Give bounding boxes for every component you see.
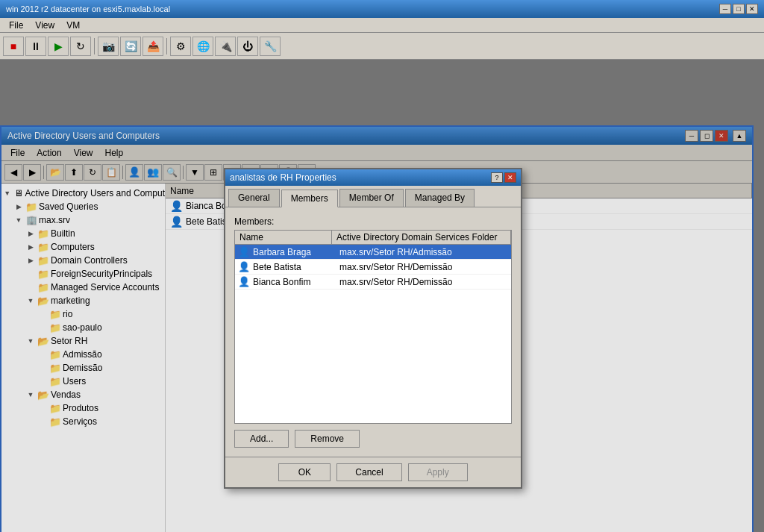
vm-title-text: win 2012 r2 datacenter on esxi5.maxlab.l…	[6, 4, 170, 13]
member-name-text-1: Bete Batista	[253, 262, 301, 272]
member-folder-text-1: max.srv/Setor RH/Demissão	[339, 262, 452, 272]
modal-close-btn[interactable]: ✕	[504, 172, 516, 183]
vm-toolbar: ■ ⏸ ▶ ↻ 📷 🔄 📤 ⚙ 🌐 🔌 ⏻ 🔧	[0, 33, 764, 60]
member-folder-1: max.srv/Setor RH/Demissão	[339, 262, 452, 272]
vm-toolbar-sep1	[94, 38, 95, 54]
vm-toolbar-sep2	[166, 38, 167, 54]
modal-controls: ? ✕	[491, 172, 516, 183]
members-col-folder-label: Active Directory Domain Services Folder	[336, 232, 497, 242]
vm-tools-btn[interactable]: 🔧	[260, 37, 281, 56]
member-folder-2: max.srv/Setor RH/Demissão	[339, 277, 452, 287]
members-col-name[interactable]: Name	[235, 231, 332, 244]
modal-overlay: analistas de RH Properties ? ✕ General M…	[0, 60, 764, 532]
tab-managed-by[interactable]: Managed By	[405, 189, 475, 207]
modal-title-text: analistas de RH Properties	[230, 172, 336, 183]
vm-send-btn[interactable]: 📤	[143, 37, 163, 56]
tab-members[interactable]: Members	[281, 190, 338, 207]
vm-usb-btn[interactable]: 🔌	[215, 37, 236, 56]
add-btn[interactable]: Add...	[234, 430, 289, 448]
vm-settings-btn[interactable]: ⚙	[170, 37, 191, 56]
vm-menubar: File View VM	[0, 18, 764, 33]
vm-revert-btn[interactable]: 🔄	[120, 37, 141, 56]
member-user-icon-2: 👤	[238, 276, 250, 287]
tab-general-label: General	[238, 193, 270, 203]
vm-pause-btn[interactable]: ⏸	[25, 37, 46, 56]
vm-window: win 2012 r2 datacenter on esxi5.maxlab.l…	[0, 0, 764, 532]
tab-general[interactable]: General	[228, 189, 280, 207]
tab-managed-by-label: Managed By	[415, 193, 465, 203]
vm-menu-view[interactable]: View	[29, 19, 60, 32]
vm-title: win 2012 r2 datacenter on esxi5.maxlab.l…	[6, 4, 170, 13]
vm-restore-btn[interactable]: □	[733, 4, 745, 14]
modal-footer: OK Cancel Apply	[225, 457, 521, 487]
apply-btn[interactable]: Apply	[408, 463, 468, 481]
member-name-1: Bete Batista	[253, 262, 339, 272]
vm-power-btn[interactable]: ⏻	[237, 37, 258, 56]
vm-minimize-btn[interactable]: ─	[719, 4, 731, 14]
ok-btn[interactable]: OK	[278, 463, 331, 481]
vm-snapshot-btn[interactable]: 📷	[98, 37, 119, 56]
member-folder-0: max.srv/Setor RH/Admissão	[339, 247, 452, 257]
modal-body: Members: Name Active Directory Domain Se…	[225, 207, 521, 457]
remove-btn[interactable]: Remove	[295, 430, 360, 448]
modal-titlebar: analistas de RH Properties ? ✕	[225, 169, 521, 186]
modal-buttons-row: Add... Remove	[234, 430, 512, 448]
vm-network-btn[interactable]: 🌐	[192, 37, 213, 56]
vm-stop-btn[interactable]: ■	[3, 37, 24, 56]
vm-titlebar: win 2012 r2 datacenter on esxi5.maxlab.l…	[0, 0, 764, 18]
members-col-folder[interactable]: Active Directory Domain Services Folder	[332, 231, 511, 244]
member-folder-text-2: max.srv/Setor RH/Demissão	[339, 277, 452, 287]
members-list-header: Name Active Directory Domain Services Fo…	[235, 231, 511, 245]
vm-play-btn[interactable]: ▶	[48, 37, 69, 56]
members-list-row-1[interactable]: 👤 Bete Batista max.srv/Setor RH/Demissão	[235, 260, 511, 275]
vm-refresh-btn[interactable]: ↻	[70, 37, 91, 56]
modal-dialog: analistas de RH Properties ? ✕ General M…	[224, 168, 522, 489]
vm-menu-file[interactable]: File	[3, 19, 29, 32]
cancel-btn[interactable]: Cancel	[336, 463, 401, 481]
vm-close-btn[interactable]: ✕	[746, 4, 758, 14]
members-label: Members:	[234, 216, 512, 227]
member-name-2: Bianca Bonfim	[253, 277, 339, 287]
member-folder-text-0: max.srv/Setor RH/Admissão	[339, 247, 452, 257]
members-list-container: Name Active Directory Domain Services Fo…	[234, 230, 512, 424]
tab-members-label: Members	[291, 193, 328, 204]
vm-controls: ─ □ ✕	[719, 4, 758, 14]
member-name-0: Barbara Braga	[253, 247, 339, 257]
modal-help-btn[interactable]: ?	[491, 172, 503, 183]
tab-member-of-label: Member Of	[349, 193, 394, 203]
member-user-icon-0: 👤	[238, 246, 250, 257]
members-col-name-label: Name	[239, 232, 263, 242]
members-list-row-2[interactable]: 👤 Bianca Bonfim max.srv/Setor RH/Demissã…	[235, 275, 511, 290]
members-list-row-0[interactable]: 👤 Barbara Braga max.srv/Setor RH/Admissã…	[235, 245, 511, 260]
modal-tabs: General Members Member Of Managed By	[225, 186, 521, 207]
vm-menu-vm[interactable]: VM	[60, 19, 86, 32]
member-name-text-2: Bianca Bonfim	[253, 277, 310, 287]
member-user-icon-1: 👤	[238, 261, 250, 272]
tab-member-of[interactable]: Member Of	[339, 189, 404, 207]
member-name-text-0: Barbara Braga	[253, 247, 311, 257]
